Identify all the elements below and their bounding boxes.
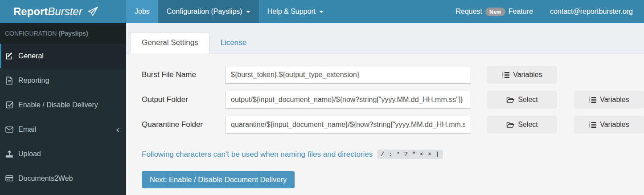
- chevron-left-icon[interactable]: ‹: [116, 125, 119, 134]
- contact-email: contact@reportburster.org: [550, 8, 633, 16]
- nav-configuration-label: Configuration (Payslips): [167, 8, 242, 16]
- nav-item-help-support[interactable]: Help & Support: [259, 0, 332, 23]
- select-output-folder-button[interactable]: Select: [487, 91, 557, 109]
- burst-file-name-input[interactable]: [225, 66, 471, 84]
- nav-jobs-label: Jobs: [135, 8, 150, 16]
- brand-logo[interactable]: ReportBurster: [0, 0, 126, 23]
- variables-button-label: Variables: [600, 96, 629, 104]
- sidebar-header-emphasis: (Payslips): [58, 30, 88, 37]
- output-folder-input[interactable]: [225, 91, 471, 109]
- list-ol-icon: 1 2 3: [589, 122, 596, 128]
- sidebar-item-reporting[interactable]: Reporting: [0, 68, 126, 93]
- settings-tabs: General Settings License: [126, 23, 644, 53]
- sidebar-section-header: CONFIGURATION (Payslips): [0, 23, 126, 44]
- nav-item-configuration[interactable]: Configuration (Payslips): [158, 0, 259, 23]
- request-prefix: Request: [455, 8, 482, 16]
- folder-open-icon: [506, 122, 514, 128]
- svg-text:3: 3: [502, 76, 503, 78]
- sidebar-item-general[interactable]: General: [0, 44, 126, 68]
- sidebar-header-prefix: CONFIGURATION: [5, 30, 57, 37]
- output-folder-label: Output Folder: [142, 95, 225, 104]
- nav-help-label: Help & Support: [267, 8, 316, 16]
- credit-card-icon: [5, 175, 14, 183]
- form-row-burst-file-name: Burst File Name 1 2 3 Variables: [142, 66, 644, 84]
- upload-icon: [5, 150, 14, 158]
- sidebar-item-documents2web[interactable]: Documents2Web: [0, 166, 126, 191]
- variables-button[interactable]: 1 2 3 Variables: [574, 91, 644, 109]
- request-feature-link[interactable]: Request New Feature: [455, 8, 533, 16]
- contact-email-link[interactable]: contact@reportburster.org: [550, 8, 633, 16]
- edit-icon: [5, 52, 14, 60]
- top-navbar: ReportBurster Jobs Configuration (Paysli…: [0, 0, 644, 23]
- svg-text:3: 3: [589, 101, 590, 103]
- caret-down-icon: [319, 11, 324, 13]
- variables-button-label: Variables: [513, 71, 542, 79]
- folder-open-icon: [506, 97, 514, 103]
- quarantine-folder-input[interactable]: [225, 116, 471, 134]
- app-window: ReportBurster Jobs Configuration (Paysli…: [0, 0, 644, 195]
- tab-license[interactable]: License: [209, 32, 258, 53]
- select-quarantine-folder-button[interactable]: Select: [487, 116, 557, 134]
- next-enable-disable-delivery-button[interactable]: Next: Enable / Disable Document Delivery: [142, 171, 295, 188]
- variables-button[interactable]: 1 2 3 Variables: [487, 66, 557, 84]
- variables-button-label: Variables: [600, 121, 629, 129]
- sidebar-item-label: Documents2Web: [18, 175, 73, 183]
- select-button-label: Select: [518, 121, 537, 129]
- form-row-output-folder: Output Folder Select 1 2 3 Variables: [142, 91, 644, 109]
- envelope-icon: [5, 126, 14, 134]
- sidebar-item-upload[interactable]: Upload: [0, 142, 126, 166]
- brand-bold: Report: [13, 5, 48, 18]
- sidebar-item-enable-disable-delivery[interactable]: Enable / Disable Delivery: [0, 93, 126, 117]
- sidebar-item-email[interactable]: Email ‹: [0, 117, 126, 142]
- main-nav: Jobs Configuration (Payslips) Help & Sup…: [126, 0, 332, 23]
- sidebar: CONFIGURATION (Payslips) General Reporti…: [0, 23, 126, 195]
- general-settings-panel: Burst File Name 1 2 3 Variables Output F…: [126, 53, 644, 195]
- caret-down-icon: [246, 11, 250, 13]
- sidebar-item-label: Reporting: [18, 77, 49, 85]
- forbidden-characters-note: Following characters can't be used when …: [142, 150, 644, 159]
- tab-label: License: [221, 38, 247, 47]
- select-button-label: Select: [518, 96, 537, 104]
- forbidden-characters-badge: / : * ? " < > |: [377, 150, 443, 159]
- variables-button[interactable]: 1 2 3 Variables: [574, 116, 644, 134]
- form-row-quarantine-folder: Quarantine Folder Select 1 2 3 Variabl: [142, 116, 644, 134]
- sidebar-item-label: General: [18, 52, 44, 60]
- navbar-right: Request New Feature contact@reportburste…: [455, 0, 644, 23]
- sidebar-item-label: Upload: [18, 150, 41, 158]
- new-badge: New: [485, 8, 505, 16]
- sidebar-item-label: Enable / Disable Delivery: [18, 101, 98, 109]
- main-content: General Settings License Burst File Name…: [126, 23, 644, 195]
- file-text-icon: [5, 77, 14, 85]
- note-text: Following characters can't be used when …: [142, 150, 373, 159]
- brand-italic: Burster: [48, 5, 82, 18]
- tab-label: General Settings: [142, 38, 198, 47]
- quarantine-folder-label: Quarantine Folder: [142, 120, 225, 129]
- list-ol-icon: 1 2 3: [589, 97, 596, 103]
- tab-general-settings[interactable]: General Settings: [131, 32, 209, 53]
- check-square-icon: [5, 101, 14, 109]
- sidebar-item-label: Email: [18, 126, 36, 134]
- list-ol-icon: 1 2 3: [502, 72, 509, 78]
- paper-plane-icon: [87, 6, 98, 17]
- svg-text:3: 3: [589, 126, 590, 128]
- burst-file-name-label: Burst File Name: [142, 70, 225, 79]
- request-suffix: Feature: [509, 8, 533, 16]
- nav-item-jobs[interactable]: Jobs: [126, 0, 158, 23]
